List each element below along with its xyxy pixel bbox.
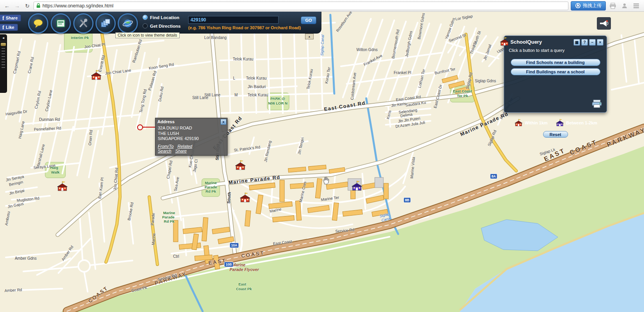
school-marker-red[interactable] bbox=[90, 69, 102, 82]
school-query-panel: SchoolQuery ▦ ? − × Click a button to st… bbox=[504, 35, 607, 113]
theme-tooltip: Click on icon to view theme details bbox=[115, 32, 180, 38]
address-bar[interactable]: https://www.onemap.sg/index.html bbox=[34, 2, 568, 10]
menu-icon[interactable] bbox=[632, 2, 641, 10]
go-button[interactable]: GO bbox=[301, 16, 316, 24]
school-marker-red[interactable] bbox=[56, 181, 68, 193]
lock-icon bbox=[36, 3, 41, 8]
facebook-share-button[interactable]: f Share bbox=[0, 14, 21, 21]
location-marker[interactable] bbox=[137, 124, 143, 130]
facebook-like-button[interactable]: f Like bbox=[0, 24, 18, 31]
onemap-app: Interim PkJoo Chiat PlRambutan RdEveritt… bbox=[0, 0, 644, 312]
marker-leader-line bbox=[143, 127, 155, 128]
help-icon[interactable]: ? bbox=[581, 39, 588, 46]
address-line: SINGAPORE 429190 bbox=[158, 136, 225, 142]
reload-icon[interactable]: ↻ bbox=[23, 2, 31, 10]
print-icon[interactable] bbox=[608, 2, 618, 10]
browser-toolbar: ← → ↻ https://www.onemap.sg/index.html 拖… bbox=[0, 0, 644, 12]
printer-icon[interactable] bbox=[591, 99, 603, 110]
drag-upload-button[interactable]: 拖拽上传 bbox=[571, 1, 606, 11]
facebook-like-label: Like bbox=[6, 25, 14, 30]
minimize-icon[interactable]: − bbox=[589, 39, 596, 46]
zoom-slider-handle[interactable] bbox=[1, 43, 6, 46]
legend-label: Between 1-2km bbox=[566, 121, 597, 125]
toolbar-collapse-button[interactable]: ▲ bbox=[305, 34, 314, 39]
back-icon[interactable]: ← bbox=[3, 2, 11, 10]
address-line: THE LUSH bbox=[158, 131, 225, 136]
legend-between-1-2km: Between 1-2km bbox=[556, 119, 597, 127]
find-schools-button[interactable]: Find Schools near a building bbox=[511, 59, 600, 66]
globe-icon[interactable] bbox=[118, 13, 138, 34]
facebook-icon: f bbox=[2, 25, 4, 30]
school-marker-red[interactable] bbox=[239, 192, 251, 204]
zoom-slider[interactable]: ◄ bbox=[0, 34, 7, 93]
facebook-share-label: Share bbox=[6, 16, 18, 20]
layers-icon[interactable] bbox=[95, 13, 116, 34]
chat-icon[interactable] bbox=[28, 13, 48, 34]
from-to-link[interactable]: From/To bbox=[158, 144, 174, 149]
school-marker-red[interactable] bbox=[235, 160, 246, 172]
search-hint: (e.g. 786 Yishun Ring Road or 307987 or … bbox=[188, 25, 301, 30]
address-popup: Address X 32A DUKU ROAD THE LUSH SINGAPO… bbox=[155, 118, 228, 156]
user-icon[interactable] bbox=[620, 2, 629, 10]
reset-button[interactable]: Reset bbox=[543, 131, 568, 138]
find-location-label: Find Location bbox=[150, 15, 179, 20]
grid-icon[interactable]: ▦ bbox=[573, 39, 580, 46]
school-marker-purple[interactable] bbox=[351, 180, 363, 193]
school-purple-icon bbox=[556, 119, 564, 127]
get-directions-label: Get Directions bbox=[150, 24, 181, 28]
address-popup-title: Address bbox=[155, 118, 227, 125]
school-icon bbox=[499, 37, 510, 48]
school-red-icon bbox=[514, 119, 523, 127]
forward-icon[interactable]: → bbox=[13, 2, 21, 10]
drag-upload-label: 拖拽上传 bbox=[583, 2, 602, 9]
close-icon[interactable]: X bbox=[221, 119, 226, 125]
facebook-icon: f bbox=[2, 16, 4, 20]
close-icon[interactable]: × bbox=[597, 39, 603, 46]
hand-cursor-icon bbox=[322, 176, 330, 186]
legend-within-1km: Within 1km bbox=[514, 119, 548, 127]
panel-subtitle: Click a button to start a query bbox=[504, 45, 607, 53]
get-directions-radio[interactable] bbox=[143, 23, 148, 28]
url-text: https://www.onemap.sg/index.html bbox=[42, 3, 113, 9]
feedback-megaphone-icon[interactable] bbox=[597, 17, 611, 30]
share-link[interactable]: Share bbox=[175, 149, 187, 153]
upload-logo-icon bbox=[575, 3, 581, 9]
find-buildings-button[interactable]: Find Buildings near a school bbox=[511, 68, 600, 75]
tools-icon[interactable] bbox=[73, 13, 94, 34]
legend-label: Within 1km bbox=[525, 121, 548, 125]
search-input[interactable] bbox=[188, 16, 279, 24]
address-line: 32A DUKU ROAD bbox=[158, 126, 225, 131]
pan-left-icon[interactable]: ◄ bbox=[0, 35, 7, 41]
basemap-icon[interactable] bbox=[51, 13, 71, 34]
find-location-radio[interactable] bbox=[143, 15, 148, 20]
